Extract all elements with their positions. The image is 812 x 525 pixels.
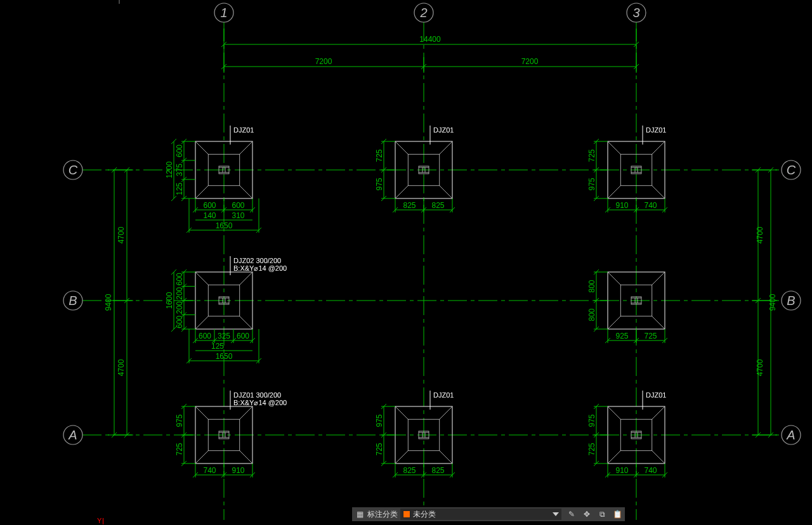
svg-line-101 [608, 141, 620, 154]
svg-text:9400: 9400 [768, 294, 777, 311]
svg-text:200: 200 [175, 287, 184, 299]
svg-text:825: 825 [403, 466, 416, 475]
svg-text:B: B [69, 294, 77, 308]
svg-text:725: 725 [375, 149, 384, 162]
svg-text:1200: 1200 [165, 161, 174, 178]
svg-line-192 [195, 451, 208, 463]
svg-text:725: 725 [644, 332, 657, 340]
svg-line-215 [395, 406, 408, 419]
svg-text:A: A [68, 428, 77, 442]
svg-line-166 [608, 272, 620, 285]
svg-text:1600: 1600 [165, 292, 174, 309]
axis-label-2: 2 [419, 6, 427, 20]
svg-text:975: 975 [587, 414, 596, 427]
combo-text: 未分类 [413, 509, 436, 520]
svg-text:975: 975 [587, 178, 596, 190]
svg-text:600: 600 [203, 201, 216, 210]
svg-text:910: 910 [615, 466, 628, 475]
svg-text:DJZ01: DJZ01 [646, 391, 666, 399]
svg-line-78 [440, 186, 452, 198]
svg-text:975: 975 [175, 414, 184, 427]
svg-text:800: 800 [587, 308, 596, 321]
svg-text:725: 725 [375, 443, 384, 455]
svg-text:600: 600 [175, 273, 184, 285]
paste-icon[interactable]: 📋 [610, 507, 625, 521]
copy-icon[interactable]: ⧉ [594, 507, 610, 521]
svg-line-41 [240, 141, 252, 154]
svg-text:B: B [787, 294, 795, 308]
svg-text:600: 600 [237, 332, 249, 340]
svg-text:600: 600 [232, 201, 244, 210]
svg-text:7200: 7200 [521, 57, 539, 66]
svg-line-190 [240, 406, 252, 419]
svg-text:725: 725 [587, 149, 596, 162]
svg-text:DJZ01: DJZ01 [233, 126, 254, 134]
svg-text:825: 825 [431, 201, 444, 210]
svg-line-128 [240, 316, 252, 329]
footing-a1: DJZ01 300/200B:X&Y⌀14 @200740910975725 [175, 391, 287, 477]
svg-text:375: 375 [175, 164, 184, 176]
svg-text:A: A [786, 428, 795, 442]
footing-c3: DJZ01910740725975 [587, 126, 667, 212]
svg-text:4700: 4700 [756, 359, 764, 376]
svg-text:725: 725 [175, 443, 184, 455]
svg-line-127 [240, 272, 252, 285]
svg-text:800: 800 [587, 280, 596, 292]
svg-text:725: 725 [587, 443, 596, 455]
svg-text:DJZ01: DJZ01 [646, 126, 666, 134]
footing-c2: DJZ01825825725975 [375, 126, 455, 212]
svg-line-102 [652, 141, 665, 154]
svg-text:B:X&Y⌀14 @200: B:X&Y⌀14 @200 [233, 399, 287, 406]
toolbar: ▦ 标注分类 未分类 ✎ ✥ ⧉ 📋 [352, 507, 625, 521]
grid-icon[interactable]: ▦ [352, 507, 367, 521]
svg-line-76 [395, 141, 408, 154]
svg-line-43 [195, 186, 208, 198]
svg-text:DJZ01: DJZ01 [433, 126, 454, 134]
svg-line-126 [195, 272, 208, 285]
svg-line-77 [440, 141, 452, 154]
svg-text:4700: 4700 [117, 359, 126, 376]
svg-text:1650: 1650 [216, 221, 233, 230]
svg-line-169 [608, 316, 620, 329]
svg-text:DJZ02 300/200: DJZ02 300/200 [233, 257, 281, 264]
svg-text:825: 825 [431, 466, 444, 475]
svg-text:B:X&Y⌀14 @200: B:X&Y⌀14 @200 [233, 264, 287, 272]
axis-a-group: A A [63, 425, 801, 444]
svg-text:125: 125 [175, 183, 184, 195]
svg-line-40 [195, 141, 208, 154]
chevron-down-icon [553, 512, 559, 516]
svg-text:740: 740 [644, 201, 657, 210]
ucs-icon: Y [97, 517, 103, 524]
svg-line-240 [608, 406, 620, 419]
svg-text:C: C [69, 163, 78, 177]
svg-text:9400: 9400 [104, 294, 113, 311]
svg-line-218 [395, 451, 408, 463]
cad-canvas[interactable]: 1 2 3 C C B B A A 14400 7200 7200 9400 4… [0, 0, 812, 525]
swatch-icon [403, 510, 410, 518]
svg-line-103 [652, 186, 665, 198]
svg-line-216 [440, 406, 452, 419]
svg-text:910: 910 [232, 466, 244, 475]
footing-b1: DJZ02 300/200B:X&Y⌀14 @20060032560012516… [165, 256, 287, 363]
category-dropdown[interactable]: 未分类 [400, 509, 561, 520]
svg-line-189 [195, 406, 208, 419]
svg-line-104 [608, 186, 620, 198]
dim-left-spans: 9400 4700 4700 [104, 167, 133, 438]
footing-a2: DJZ01825825975725 [375, 391, 455, 477]
footing-c1: DJZ0160060014031016506003751251200 [165, 126, 261, 233]
footing-a3: DJZ01910740975725 [587, 391, 667, 477]
svg-text:140: 140 [203, 211, 216, 220]
svg-text:740: 740 [644, 466, 657, 475]
svg-text:925: 925 [615, 332, 628, 340]
svg-text:910: 910 [615, 201, 628, 210]
toolbar-label: 标注分类 [367, 509, 398, 520]
move-icon[interactable]: ✥ [579, 507, 594, 521]
svg-text:125: 125 [211, 342, 224, 351]
svg-text:200: 200 [175, 301, 184, 314]
edit-icon[interactable]: ✎ [564, 507, 579, 521]
svg-text:DJZ01 300/200: DJZ01 300/200 [233, 391, 281, 399]
dim-right-spans: 9400 4700 4700 [752, 167, 777, 438]
svg-text:4700: 4700 [756, 226, 764, 243]
dim-overall-top: 14400 7200 7200 [221, 29, 639, 73]
svg-text:600: 600 [175, 315, 184, 328]
